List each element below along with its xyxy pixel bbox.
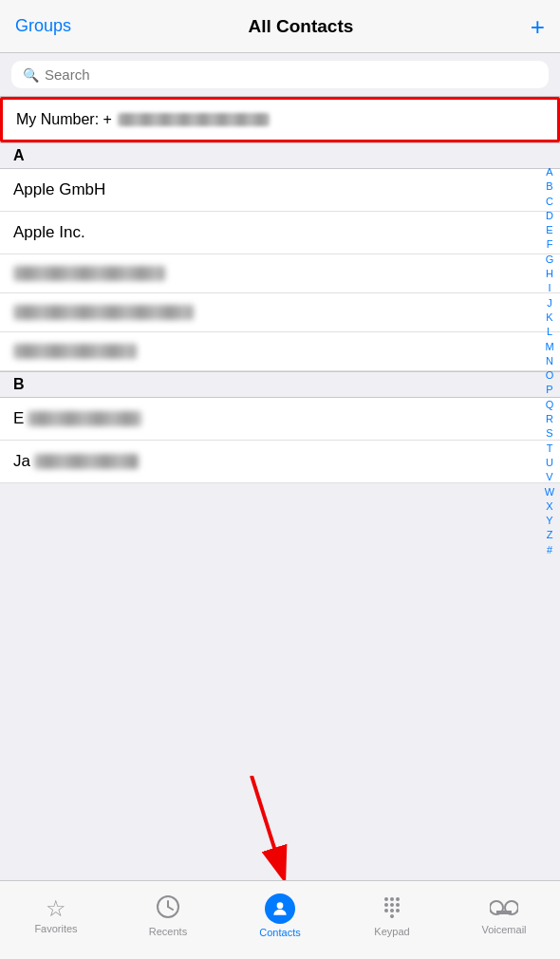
contact-row[interactable] xyxy=(0,332,560,371)
alpha-hash[interactable]: # xyxy=(547,543,552,556)
alpha-I[interactable]: I xyxy=(548,281,551,294)
section-header-B: B xyxy=(0,371,560,398)
contact-row[interactable]: E xyxy=(0,398,560,441)
blurred-contact xyxy=(34,454,139,469)
arrow-annotation xyxy=(223,776,337,880)
alpha-U[interactable]: U xyxy=(546,456,553,469)
tab-favorites-label: Favorites xyxy=(34,923,77,934)
my-number-row[interactable]: My Number: + xyxy=(0,97,560,142)
contact-prefix: Ja xyxy=(13,452,30,471)
alpha-N[interactable]: N xyxy=(546,354,553,367)
tab-voicemail-label: Voicemail xyxy=(481,924,526,935)
my-number-value xyxy=(118,113,270,126)
blurred-contact xyxy=(28,411,141,426)
section-header-A: A xyxy=(0,142,560,169)
recents-icon xyxy=(156,894,180,923)
keypad-icon xyxy=(380,894,404,923)
contact-row[interactable]: Apple GmbH xyxy=(0,169,560,212)
svg-point-12 xyxy=(384,909,388,912)
tab-contacts[interactable]: Contacts xyxy=(224,893,336,938)
svg-point-11 xyxy=(396,903,400,907)
tab-contacts-label: Contacts xyxy=(259,927,300,938)
search-input[interactable] xyxy=(45,66,537,83)
svg-line-1 xyxy=(252,776,280,866)
tab-voicemail[interactable]: Voicemail xyxy=(448,896,560,935)
alpha-Y[interactable]: Y xyxy=(546,514,552,527)
app-header: Groups All Contacts + xyxy=(0,0,560,53)
contact-row[interactable] xyxy=(0,293,560,332)
tab-keypad[interactable]: Keypad xyxy=(336,894,448,937)
alpha-J[interactable]: J xyxy=(547,296,552,310)
svg-point-14 xyxy=(396,909,400,912)
tab-favorites[interactable]: ☆ Favorites xyxy=(0,897,112,934)
alpha-E[interactable]: E xyxy=(546,223,552,236)
alpha-K[interactable]: K xyxy=(546,310,552,324)
my-number-label: My Number: + xyxy=(16,111,112,128)
contact-row[interactable]: Ja xyxy=(0,441,560,483)
alpha-F[interactable]: F xyxy=(547,237,553,251)
svg-point-15 xyxy=(390,914,394,918)
alpha-D[interactable]: D xyxy=(546,209,553,222)
tab-keypad-label: Keypad xyxy=(374,926,409,937)
svg-point-9 xyxy=(384,903,388,907)
alpha-X[interactable]: X xyxy=(546,499,552,513)
svg-point-8 xyxy=(396,897,400,901)
alpha-W[interactable]: W xyxy=(545,485,554,498)
contact-list: A Apple GmbH Apple Inc. B E Ja xyxy=(0,142,560,483)
contacts-icon xyxy=(265,893,295,924)
add-contact-button[interactable]: + xyxy=(531,14,545,39)
alpha-T[interactable]: T xyxy=(547,442,553,455)
alpha-index[interactable]: A B C D E F G H I J K L M N O P Q R S T … xyxy=(539,161,560,560)
alpha-Z[interactable]: Z xyxy=(547,528,553,541)
svg-point-5 xyxy=(277,902,284,909)
tab-recents-label: Recents xyxy=(149,926,187,937)
alpha-C[interactable]: C xyxy=(546,195,553,208)
alpha-V[interactable]: V xyxy=(546,470,552,483)
alpha-O[interactable]: O xyxy=(546,368,554,382)
contact-prefix: E xyxy=(13,409,24,428)
search-bar: 🔍 xyxy=(0,53,560,97)
svg-point-10 xyxy=(390,903,394,907)
blurred-contact xyxy=(13,266,165,281)
tab-recents[interactable]: Recents xyxy=(112,894,224,937)
svg-line-4 xyxy=(168,907,173,910)
blurred-contact xyxy=(13,344,137,359)
svg-point-13 xyxy=(390,909,394,912)
svg-point-7 xyxy=(390,897,394,901)
favorites-icon: ☆ xyxy=(46,897,66,920)
alpha-B[interactable]: B xyxy=(546,179,552,193)
alpha-A[interactable]: A xyxy=(546,165,552,179)
alpha-S[interactable]: S xyxy=(546,426,552,440)
voicemail-icon xyxy=(490,896,518,921)
groups-button[interactable]: Groups xyxy=(15,16,71,36)
alpha-Q[interactable]: Q xyxy=(546,398,554,411)
search-icon: 🔍 xyxy=(23,67,39,83)
tab-bar: ☆ Favorites Recents Contacts xyxy=(0,880,560,959)
contact-row[interactable] xyxy=(0,254,560,293)
alpha-P[interactable]: P xyxy=(546,383,552,396)
alpha-H[interactable]: H xyxy=(546,267,553,280)
alpha-G[interactable]: G xyxy=(546,253,554,266)
page-title: All Contacts xyxy=(248,16,353,37)
contact-row[interactable]: Apple Inc. xyxy=(0,212,560,254)
search-input-wrap[interactable]: 🔍 xyxy=(11,61,549,88)
alpha-M[interactable]: M xyxy=(545,340,553,353)
alpha-R[interactable]: R xyxy=(546,412,553,425)
blurred-contact xyxy=(13,305,194,320)
svg-point-6 xyxy=(384,897,388,901)
alpha-L[interactable]: L xyxy=(547,325,552,338)
svg-rect-18 xyxy=(496,911,512,914)
